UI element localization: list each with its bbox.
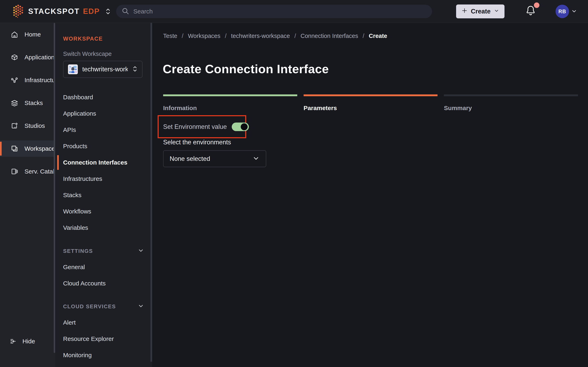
notifications-button[interactable]	[525, 5, 539, 19]
workspace-panel: WORKSPACE Switch Workscape techwriters-w…	[55, 23, 152, 367]
search-input[interactable]	[133, 8, 427, 15]
panel-item-stacks[interactable]: Stacks	[55, 187, 152, 203]
toggle-knob	[241, 123, 248, 130]
step-parameters: Parameters	[303, 94, 438, 111]
workspace-section-label: WORKSPACE	[63, 36, 103, 42]
account-menu-chevron-down-icon[interactable]	[571, 8, 577, 15]
home-icon	[11, 31, 18, 38]
chevron-down-icon	[494, 8, 499, 15]
sidebar-item-stacks[interactable]: Stacks	[0, 95, 55, 111]
stackspot-logo-icon	[12, 4, 25, 19]
step-progress-bar	[303, 94, 438, 96]
panel-item-label: Workflows	[63, 208, 91, 215]
panel-item-label: General	[63, 264, 85, 271]
panel-item-variables[interactable]: Variables	[55, 220, 152, 236]
plus-icon	[461, 8, 467, 15]
panel-item-workflows[interactable]: Workflows	[55, 203, 152, 220]
panel-item-alert[interactable]: Alert	[55, 314, 152, 331]
workspace-panel-scrollbar[interactable]	[150, 23, 152, 362]
chevron-down-icon	[138, 303, 144, 310]
primary-sidebar-scrollbar[interactable]	[54, 23, 55, 353]
sidebar-item-workspaces[interactable]: Workspaces	[0, 141, 55, 157]
create-button[interactable]: Create	[456, 4, 504, 18]
cloud-services-section-header[interactable]: CLOUD SERVICES	[63, 302, 144, 311]
page-title: Create Connection Interface	[163, 62, 329, 76]
step-label: Summary	[444, 105, 578, 111]
breadcrumb-separator: /	[363, 33, 364, 39]
breadcrumb-item-current: Create	[369, 33, 387, 39]
set-environment-value-toggle[interactable]	[232, 123, 249, 131]
panel-item-label: Resource Explorer	[63, 335, 114, 342]
hide-sidebar-button[interactable]: Hide	[0, 335, 55, 347]
topbar: STACKSPOT EDP Create	[0, 0, 588, 23]
package-icon	[11, 53, 18, 61]
stepper: Information Parameters Summary	[163, 94, 578, 111]
panel-item-products[interactable]: Products	[55, 138, 152, 154]
breadcrumb: Teste / Workspaces / techwriters-workspa…	[163, 33, 387, 39]
environments-dropdown[interactable]: None selected	[163, 150, 266, 167]
cloud-services-section-label: CLOUD SERVICES	[63, 303, 116, 310]
breadcrumb-separator: /	[225, 33, 226, 39]
settings-section-header[interactable]: SETTINGS	[63, 247, 144, 256]
breadcrumb-separator: /	[294, 33, 296, 39]
set-environment-value-label: Set Environment value	[163, 123, 227, 131]
breadcrumb-item[interactable]: Connection Interfaces	[301, 33, 358, 39]
panel-item-infrastructures[interactable]: Infrastructures	[55, 171, 152, 187]
sidebar-item-infrastructures[interactable]: Infrastructures	[0, 72, 55, 88]
sidebar-item-label: Home	[25, 31, 41, 38]
switch-workspace-label: Switch Workscape	[63, 50, 112, 57]
panel-item-monitoring[interactable]: Monitoring	[55, 347, 152, 363]
settings-section-label: SETTINGS	[63, 248, 93, 254]
search-icon	[121, 7, 129, 16]
workspace-thumbnail	[68, 64, 78, 74]
network-icon	[11, 76, 18, 84]
panel-item-label: Stacks	[63, 192, 81, 199]
step-label: Information	[163, 105, 297, 111]
create-button-label: Create	[471, 8, 491, 15]
brand-switcher-updown-icon[interactable]	[105, 8, 111, 15]
panel-item-label: Monitoring	[63, 352, 92, 359]
primary-sidebar: Home Applications Infrastructures Stacks	[0, 23, 55, 367]
panel-item-apis[interactable]: APIs	[55, 122, 152, 138]
step-label: Parameters	[303, 105, 438, 111]
panel-item-dashboard[interactable]: Dashboard	[55, 89, 152, 105]
panel-item-label: Applications	[63, 110, 96, 117]
panel-item-label: Connection Interfaces	[63, 159, 127, 166]
workspaces-icon	[11, 145, 18, 152]
panel-item-connection-interfaces[interactable]: Connection Interfaces	[55, 154, 152, 171]
layers-icon	[11, 99, 18, 107]
sidebar-item-home[interactable]: Home	[0, 26, 55, 43]
collapse-sidebar-icon	[10, 338, 17, 345]
brand-name: STACKSPOT	[28, 7, 80, 16]
chevron-down-icon	[138, 247, 144, 255]
workspace-selector[interactable]: techwriters-works...	[63, 61, 143, 78]
panel-item-applications[interactable]: Applications	[55, 105, 152, 122]
panel-item-cloud-accounts[interactable]: Cloud Accounts	[55, 275, 152, 292]
step-progress-bar	[163, 94, 297, 96]
selector-updown-icon	[132, 66, 138, 73]
breadcrumb-item[interactable]: Teste	[163, 33, 177, 39]
breadcrumb-item[interactable]: Workspaces	[188, 33, 220, 39]
sidebar-item-applications[interactable]: Applications	[0, 49, 55, 66]
breadcrumb-item[interactable]: techwriters-workspace	[231, 33, 290, 39]
step-summary: Summary	[444, 94, 578, 111]
avatar[interactable]: RB	[555, 5, 569, 18]
search-bar[interactable]	[116, 5, 432, 18]
breadcrumb-separator: /	[182, 33, 183, 39]
step-information: Information	[163, 94, 297, 111]
chevron-down-icon	[252, 155, 260, 163]
catalog-icon	[11, 167, 18, 175]
panel-item-resource-explorer[interactable]: Resource Explorer	[55, 331, 152, 347]
sidebar-item-label: Workspaces	[25, 145, 58, 152]
sidebar-item-label: Applications	[25, 54, 58, 61]
panel-item-label: APIs	[63, 126, 76, 133]
panel-item-label: Dashboard	[63, 94, 93, 101]
sidebar-item-studios[interactable]: Studios	[0, 118, 55, 134]
sidebar-item-serv-catalog[interactable]: Serv. Catalog	[0, 163, 55, 180]
panel-item-label: Cloud Accounts	[63, 280, 105, 287]
select-environments-label: Select the environments	[163, 139, 231, 146]
panel-item-label: Infrastructures	[63, 175, 102, 182]
panel-item-label: Alert	[63, 319, 76, 326]
panel-item-general[interactable]: General	[55, 259, 152, 275]
brand-product: EDP	[83, 7, 100, 16]
